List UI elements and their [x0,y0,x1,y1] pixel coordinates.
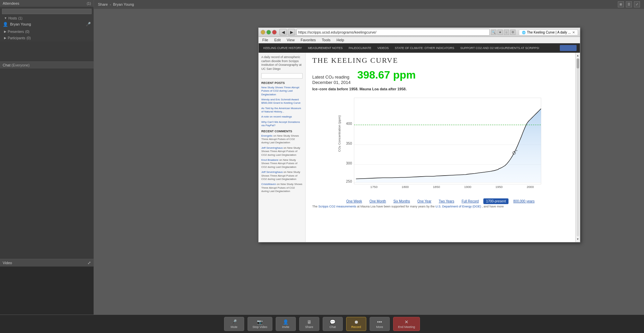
time-btn-month[interactable]: One Month [367,198,388,204]
browser-tab-close-icon[interactable]: ✕ [572,31,575,34]
footer-text-end: , and have more [482,205,504,208]
post-1[interactable]: Wendy and Eric Schmidt Award $500,000 Gr… [261,98,303,105]
share-button[interactable]: 🖥 Share [299,317,319,331]
record-button[interactable]: ⏺ Record [346,317,366,331]
browser-minimize-btn[interactable] [261,30,265,35]
invite-button[interactable]: 👤 Invite [276,317,296,331]
svg-text:2000: 2000 [527,185,534,189]
browser-scrollbar[interactable]: ▲ ▼ [575,53,580,242]
nav-paleoclimate[interactable]: PALEOCLIMATE [347,46,373,50]
hosts-label: Hosts [8,16,17,20]
browser-back-btn[interactable]: ◀ [279,29,287,36]
time-btn-one-year[interactable]: One Year [415,198,434,204]
fullscreen-icon[interactable]: ⤢ [634,1,640,7]
share-header: Share - Bryan Young ⊞ ☰ ⤢ [94,0,644,9]
presenters-header[interactable]: ▶ Presenters (0) [0,29,94,34]
browser-close-btn[interactable] [272,30,277,35]
grid-view-icon[interactable]: ⊞ [618,1,624,7]
comment-4-author[interactable]: CrisisMaven [261,183,276,186]
menu-file[interactable]: File [261,38,269,42]
browser-home-icon[interactable]: ⌂ [504,30,509,35]
attendees-count: (1) [87,2,91,5]
host-row: 👤 Bryan Young 🎤 [0,21,94,28]
hosts-header[interactable]: ▼ Hosts (1) [0,16,94,21]
nav-support[interactable]: SUPPORT CO2 AND O2 MEASUREMENTS AT SCRIP… [459,46,540,50]
invite-label: Invite [282,325,289,329]
menu-edit[interactable]: Edit [273,38,282,42]
comment-2-author[interactable]: Knut Braatane [261,158,278,161]
nav-measurement[interactable]: MEASUREMENT NOTES [307,46,344,50]
end-meeting-button[interactable]: ✕ End Meeting [393,317,420,331]
menu-help[interactable]: Help [335,38,345,42]
browser-star-icon[interactable]: ★ [497,30,503,35]
time-btn-800k[interactable]: 800,000 years [511,198,537,204]
website-main: A daily record of atmospheric carbon dio… [259,53,580,242]
browser-maximize-btn[interactable] [266,30,271,35]
comment-1-author[interactable]: Jeff Severinghaus [261,146,283,149]
menu-tools[interactable]: Tools [321,38,332,42]
website-content: THE KEELING CURVE Latest CO₂ reading Dec… [306,53,575,242]
host-person-icon: 👤 [3,22,8,27]
website-nav-cta[interactable] [560,45,577,51]
participants-header[interactable]: ▶ Participants (0) [0,36,94,41]
scrollbar-thumb[interactable] [577,58,579,68]
nav-state-climate[interactable]: STATE OF CLIMATE: OTHER INDICATORS [393,46,455,50]
nav-videos[interactable]: VIDEOS [376,46,390,50]
chart-container: 250 300 350 400 [312,94,569,202]
time-btn-1700-present[interactable]: 1700-present [483,198,508,204]
browser-search-icon[interactable]: 🔍 [491,30,496,35]
nav-keeling-history[interactable]: KEELING CURVE HISTORY [262,46,303,50]
scrollbar-down-btn[interactable]: ▼ [576,237,580,241]
address-bar[interactable] [297,29,490,36]
post-3[interactable]: A note on recent readings [261,115,303,118]
svg-text:CO₂ Concentration (ppm): CO₂ Concentration (ppm) [337,115,341,152]
invite-icon: 👤 [283,319,288,325]
stop-video-button[interactable]: 📷 Stop Video [248,317,272,331]
svg-text:+: + [516,149,518,152]
post-2[interactable]: As Told by the American Museum of Natura… [261,107,303,114]
menu-view[interactable]: View [286,38,296,42]
svg-text:300: 300 [346,161,352,165]
time-btn-week[interactable]: One Week [343,198,365,204]
time-btn-two-years[interactable]: Two Years [436,198,457,204]
time-btn-full-record[interactable]: Full Record [459,198,481,204]
recent-comments-title: RECENT COMMENTS [261,130,303,133]
doe-link[interactable]: U.S. Department of Energy (DOE) [435,205,481,208]
mute-button[interactable]: 🎤 Mute [224,317,244,331]
scrollbar-track [577,58,579,236]
scripps-link[interactable]: Scripps CO2 measurements [318,205,356,208]
end-label: End Meeting [398,325,415,329]
chat-button[interactable]: 💬 Chat [323,317,343,331]
video-expand-icon[interactable]: ⤢ [88,260,91,265]
comment-0-author[interactable]: Energetic [261,134,273,137]
host-mic-icon: 🎤 [86,22,91,27]
record-label: Record [351,325,361,329]
participants-count: (0) [26,36,31,40]
attendees-header[interactable]: Attendees (1) [0,0,94,7]
website-sidebar-text: A daily record of atmospheric carbon dio… [261,55,303,71]
presenters-label: Presenters [8,30,24,34]
more-button[interactable]: ••• More [370,317,390,331]
comment-0: Energetic on New Study Shows Three Abrup… [261,134,303,145]
browser-tab[interactable]: 🌐 The Keeling Curve | A daily ... ✕ [519,30,578,35]
chat-label: Chat [329,325,336,329]
svg-text:250: 250 [346,179,352,183]
comment-3-author[interactable]: Jeff Severinghaus [261,171,283,174]
attendee-search[interactable] [2,9,92,14]
hosts-section: ▼ Hosts (1) 👤 Bryan Young 🎤 [0,15,94,29]
browser-forward-btn[interactable]: ▶ [288,29,295,36]
website-footer-text: The Scripps CO2 measurements at Mauna Lo… [312,204,569,209]
post-0[interactable]: New Study Shows Three Abrupt Pulses of C… [261,86,303,96]
sidebar-search[interactable] [261,73,303,79]
post-4[interactable]: Why Can't We Accept Donations via PayPal… [261,121,303,128]
list-view-icon[interactable]: ☰ [626,1,632,7]
time-btn-six-months[interactable]: Six Months [391,198,413,204]
share-icon: 🖥 [307,319,312,325]
menu-favorites[interactable]: Favorites [300,38,317,42]
chat-header[interactable]: Chat (Everyone) [0,62,94,68]
browser-settings-icon[interactable]: ⚙ [510,30,516,35]
scrollbar-up-btn[interactable]: ▲ [576,53,580,58]
hosts-count: (1) [18,16,22,20]
participants-label: Participants [8,36,25,40]
comment-4: CrisisMaven on New Study Shows Three Abr… [261,183,303,193]
